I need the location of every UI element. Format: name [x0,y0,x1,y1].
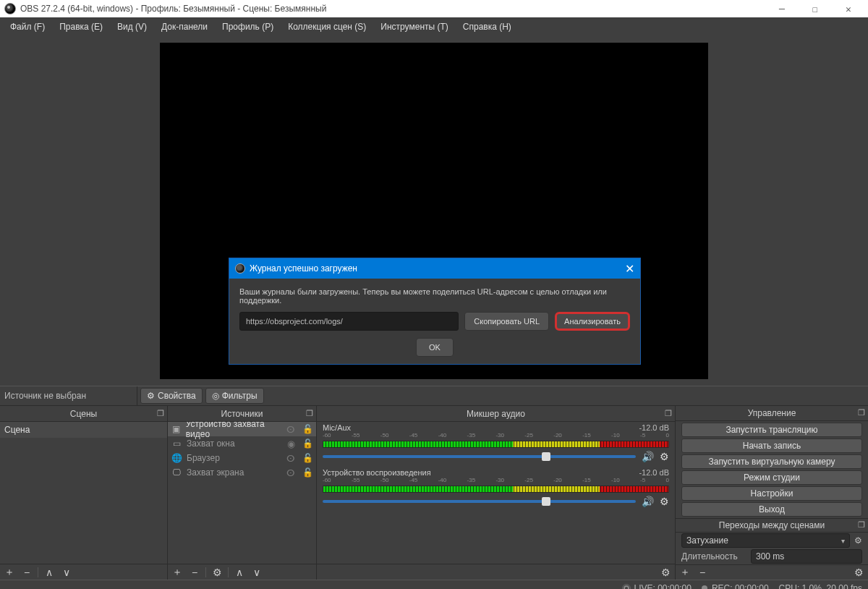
ok-button[interactable]: OK [416,338,454,357]
gear-icon: ⚙ [147,391,155,401]
remove-transition-button[interactable]: − [696,567,709,578]
filters-button[interactable]: ◎ Фильтры [205,388,264,404]
menu-dock-panels[interactable]: Док-панели [154,17,215,36]
visibility-toggle[interactable]: ⵙ [286,453,295,464]
lock-toggle[interactable]: 🔓 [302,453,313,463]
source-toolbar: Источник не выбран ⚙ Свойства ◎ Фильтры [0,386,868,406]
add-scene-button[interactable]: ＋ [3,566,16,579]
dock-popout-icon[interactable]: ❐ [665,409,672,418]
lock-toggle[interactable]: 🔓 [302,424,313,434]
visibility-toggle[interactable]: ◉ [287,438,295,449]
close-button[interactable]: ✕ [832,0,865,17]
titlebar: OBS 27.2.4 (64-bit, windows) - Профиль: … [0,0,868,17]
volume-slider[interactable] [323,455,636,458]
speaker-icon[interactable]: 🔊 [642,496,654,507]
transitions-toolbar: ＋ − ⚙ [676,564,868,580]
settings-button[interactable]: Настройки [681,486,862,501]
status-cpu: CPU: 1.0%, 20.00 fps [779,583,862,590]
log-url-field[interactable]: https://obsproject.com/logs/ [239,312,459,331]
dialog-title-text: Журнал успешно загружен [250,263,357,274]
properties-button[interactable]: ⚙ Свойства [140,388,203,404]
source-item[interactable]: 🌐 Браузер ⵙ 🔓 [168,451,316,465]
mixer-channel: Устройство воспроизведения-12.0 dB -60-5… [317,467,675,512]
scene-move-up-button[interactable]: ∧ [43,567,56,578]
dock-controls-header: Управление ❐ [676,406,868,421]
source-item[interactable]: ▣ Устройство захвата видео ⵙ 🔓 [168,422,316,436]
scenes-toolbar: ＋ − ∧ ∨ [0,564,167,580]
source-settings-button[interactable]: ⚙ [210,567,224,578]
duration-input[interactable]: 300 ms [751,549,862,564]
duration-label: Длительность [681,551,746,562]
channel-settings-icon[interactable]: ⚙ [660,496,669,507]
menu-file[interactable]: Файл (F) [3,17,52,36]
dock-mixer-header: Микшер аудио ❐ [317,406,675,422]
display-icon: 🖵 [171,467,182,478]
dialog-titlebar[interactable]: Журнал успешно загружен ✕ [229,258,640,279]
source-selection-label: Источник не выбран [0,386,137,405]
dock-scenes: Сцены ❐ Сцена ＋ − ∧ ∨ [0,406,168,580]
live-indicator-icon [624,585,629,590]
remove-source-button[interactable]: − [188,567,201,578]
speaker-icon[interactable]: 🔊 [642,451,654,462]
maximize-button[interactable]: ☐ [799,0,832,17]
menu-scene-collection[interactable]: Коллекция сцен (S) [281,17,373,36]
dock-popout-icon[interactable]: ❐ [157,409,164,418]
menu-view[interactable]: Вид (V) [110,17,154,36]
dock-popout-icon[interactable]: ❐ [858,520,865,530]
menu-tools[interactable]: Инструменты (T) [373,17,455,36]
scene-move-down-button[interactable]: ∨ [60,567,73,578]
visibility-toggle[interactable]: ⵙ [286,467,295,478]
menu-edit[interactable]: Правка (E) [52,17,110,36]
audio-meter [323,441,669,448]
copy-url-button[interactable]: Скопировать URL [464,312,549,331]
source-item[interactable]: 🖵 Захват экрана ⵙ 🔓 [168,465,316,480]
dock-popout-icon[interactable]: ❐ [858,408,865,418]
studio-mode-button[interactable]: Режим студии [681,470,862,485]
channel-settings-icon[interactable]: ⚙ [660,451,669,462]
transition-settings-icon[interactable]: ⚙ [854,535,862,546]
scene-item[interactable]: Сцена [0,422,167,438]
mixer-toolbar: ⚙ [317,564,675,580]
add-source-button[interactable]: ＋ [171,566,184,579]
exit-button[interactable]: Выход [681,502,862,517]
lock-toggle[interactable]: 🔓 [302,438,313,449]
volume-slider[interactable] [323,500,636,503]
dock-sources: Источники ❐ ▣ Устройство захвата видео ⵙ… [168,406,317,580]
docks-row: Сцены ❐ Сцена ＋ − ∧ ∨ Источники ❐ ▣ Устр… [0,406,868,580]
dock-mixer: Микшер аудио ❐ Mic/Aux-12.0 dB -60-55-50… [317,406,676,580]
obs-logo-icon [235,263,245,274]
transition-select[interactable]: Затухание ▾ [681,533,850,548]
add-transition-button[interactable]: ＋ [678,566,692,579]
obs-logo-icon [4,3,16,14]
source-move-down-button[interactable]: ∨ [250,567,263,578]
analyze-button[interactable]: Анализировать [555,312,630,331]
minimize-button[interactable]: ─ [765,0,799,17]
start-record-button[interactable]: Начать запись [681,438,862,453]
lock-toggle[interactable]: 🔓 [302,467,313,478]
mixer-settings-button[interactable]: ⚙ [659,567,672,578]
menu-profile[interactable]: Профиль (P) [215,17,281,36]
start-stream-button[interactable]: Запустить трансляцию [681,423,862,437]
source-move-up-button[interactable]: ∧ [233,567,246,578]
dock-transitions-header: Переходы между сценами ❐ [676,518,868,533]
window-icon: ▭ [171,438,182,449]
rec-indicator-icon [702,585,707,590]
visibility-toggle[interactable]: ⵙ [286,424,295,435]
start-virtualcam-button[interactable]: Запустить виртуальную камеру [681,454,862,469]
dock-sources-header: Источники ❐ [168,406,316,422]
dialog-close-button[interactable]: ✕ [625,262,634,276]
dialog-message: Ваши журналы были загружены. Теперь вы м… [239,287,630,305]
mixer-scale: -60-55-50-45-40-35-30-25-20-15-10-50 [323,432,669,439]
menu-help[interactable]: Справка (H) [456,17,519,36]
menubar: Файл (F) Правка (E) Вид (V) Док-панели П… [0,17,868,36]
dock-popout-icon[interactable]: ❐ [306,409,313,418]
log-upload-dialog: Журнал успешно загружен ✕ Ваши журналы б… [229,258,641,365]
chevron-down-icon: ▾ [841,537,845,545]
mixer-scale: -60-55-50-45-40-35-30-25-20-15-10-50 [323,477,669,484]
filter-icon: ◎ [212,391,219,401]
status-live: LIVE: 00:00:00 [634,583,691,590]
dock-scenes-header: Сцены ❐ [0,406,167,422]
transitions-extra-settings[interactable]: ⚙ [852,567,865,578]
dock-right: Управление ❐ Запустить трансляцию Начать… [676,406,868,580]
remove-scene-button[interactable]: − [20,567,33,578]
